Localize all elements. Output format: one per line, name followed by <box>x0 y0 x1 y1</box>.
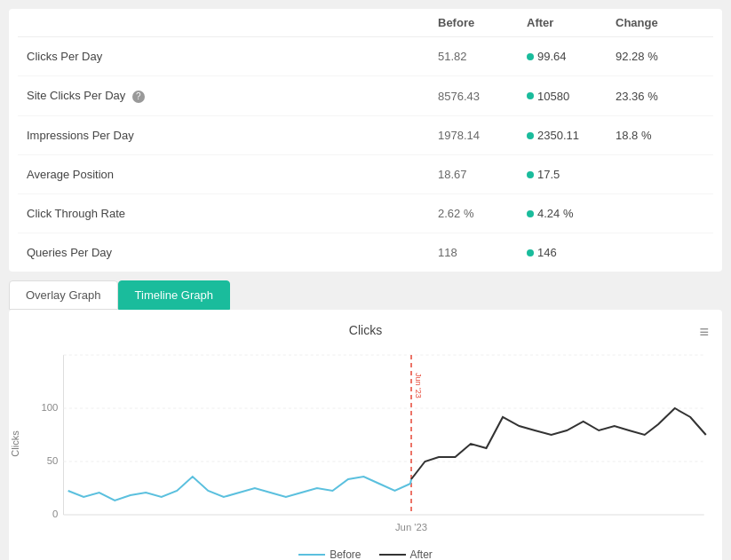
before-column-header: Before <box>438 16 527 29</box>
help-icon[interactable]: ? <box>132 91 145 103</box>
stats-table: Before After Change Clicks Per Day 51.82… <box>9 9 722 272</box>
y-axis-label: Clicks <box>10 430 20 456</box>
after-value: 2350.11 <box>527 129 616 142</box>
table-row: Queries Per Day 118 146 <box>18 233 713 272</box>
after-dot-indicator <box>527 249 534 256</box>
chart-title: Clicks <box>18 323 713 337</box>
before-value: 8576.43 <box>438 90 527 103</box>
table-header: Before After Change <box>18 9 713 37</box>
change-value: 92.28 % <box>616 50 704 63</box>
after-dot-indicator <box>527 171 534 178</box>
metric-name: Queries Per Day <box>27 246 438 259</box>
chart-legend: Before After <box>18 548 713 560</box>
before-value: 2.62 % <box>438 207 527 220</box>
after-dot-indicator <box>527 210 534 217</box>
change-value: 18.8 % <box>616 129 704 142</box>
svg-text:Jun '23: Jun '23 <box>414 373 423 398</box>
metric-name: Site Clicks Per Day ? <box>27 89 438 103</box>
after-dot-indicator <box>527 132 534 139</box>
after-dot-indicator <box>527 53 534 60</box>
chart-menu-icon[interactable]: ≡ <box>699 323 709 342</box>
metric-name: Average Position <box>27 168 438 181</box>
svg-text:0: 0 <box>52 509 58 519</box>
metric-name: Click Through Rate <box>27 207 438 220</box>
legend-after-label: After <box>410 548 433 560</box>
page-container: Before After Change Clicks Per Day 51.82… <box>0 0 731 560</box>
legend-before-label: Before <box>330 548 361 560</box>
after-value: 17.5 <box>527 168 616 181</box>
after-column-header: After <box>527 16 616 29</box>
after-value: 146 <box>527 246 616 259</box>
tab-overlay-graph[interactable]: Overlay Graph <box>9 280 118 310</box>
chart-wrapper: Clicks 0 50 100 Jun '23 <box>18 346 713 541</box>
svg-text:100: 100 <box>41 402 58 413</box>
table-row: Average Position 18.67 17.5 <box>18 155 713 194</box>
svg-text:50: 50 <box>47 455 59 466</box>
after-value: 99.64 <box>527 50 616 63</box>
before-value: 118 <box>438 246 527 259</box>
legend-before-line <box>298 554 325 556</box>
table-row: Clicks Per Day 51.82 99.64 92.28 % <box>18 37 713 76</box>
change-value: 23.36 % <box>616 90 704 103</box>
legend-after: After <box>379 548 433 560</box>
metric-name: Impressions Per Day <box>27 129 438 142</box>
metric-name: Clicks Per Day <box>27 50 438 63</box>
legend-after-line <box>379 554 406 556</box>
after-dot-indicator <box>527 92 534 99</box>
before-value: 51.82 <box>438 50 527 63</box>
before-value: 1978.14 <box>438 129 527 142</box>
before-value: 18.67 <box>438 168 527 181</box>
chart-svg: 0 50 100 Jun '23 Jun '23 <box>18 346 713 541</box>
chart-card: Clicks ≡ Clicks 0 50 100 Jun '23 <box>9 310 722 560</box>
after-value: 10580 <box>527 90 616 103</box>
metric-column-header <box>27 16 438 29</box>
tabs-row: Overlay Graph Timeline Graph <box>9 280 722 310</box>
svg-text:Jun '23: Jun '23 <box>395 522 427 532</box>
table-row: Impressions Per Day 1978.14 2350.11 18.8… <box>18 116 713 155</box>
tab-timeline-graph[interactable]: Timeline Graph <box>118 280 230 310</box>
change-column-header: Change <box>616 16 704 29</box>
table-row: Site Clicks Per Day ? 8576.43 10580 23.3… <box>18 76 713 116</box>
after-value: 4.24 % <box>527 207 616 220</box>
legend-before: Before <box>298 548 361 560</box>
table-row: Click Through Rate 2.62 % 4.24 % <box>18 194 713 233</box>
